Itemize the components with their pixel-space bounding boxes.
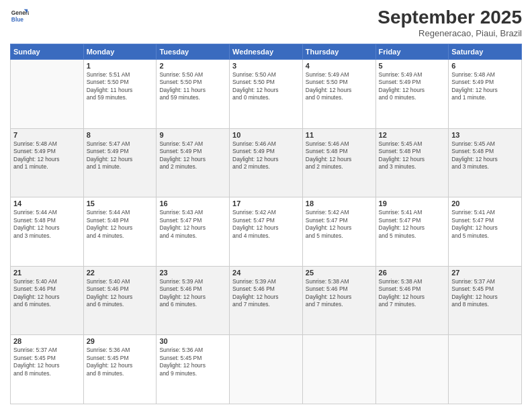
calendar-cell: 18Sunrise: 5:42 AM Sunset: 5:47 PM Dayli… [302, 197, 375, 267]
day-info: Sunrise: 5:39 AM Sunset: 5:46 PM Dayligh… [232, 278, 300, 309]
day-info: Sunrise: 5:45 AM Sunset: 5:48 PM Dayligh… [379, 140, 446, 171]
day-header-wednesday: Wednesday [230, 44, 303, 60]
logo: General Blue [10, 7, 30, 26]
day-info: Sunrise: 5:51 AM Sunset: 5:50 PM Dayligh… [87, 71, 154, 102]
day-header-sunday: Sunday [11, 44, 84, 60]
day-number: 20 [451, 199, 519, 208]
day-info: Sunrise: 5:42 AM Sunset: 5:47 PM Dayligh… [306, 209, 373, 240]
day-header-monday: Monday [83, 44, 157, 60]
day-number: 6 [451, 62, 519, 70]
page: General Blue September 2025 Regeneracao,… [0, 0, 532, 411]
day-number: 12 [379, 131, 446, 139]
day-number: 14 [13, 199, 81, 208]
day-number: 18 [306, 199, 373, 208]
day-info: Sunrise: 5:50 AM Sunset: 5:50 PM Dayligh… [232, 71, 300, 102]
day-number: 25 [306, 269, 373, 277]
calendar-cell: 14Sunrise: 5:44 AM Sunset: 5:48 PM Dayli… [11, 197, 84, 267]
calendar-cell: 19Sunrise: 5:41 AM Sunset: 5:47 PM Dayli… [375, 197, 449, 267]
day-number: 16 [159, 199, 226, 208]
calendar-cell: 13Sunrise: 5:45 AM Sunset: 5:48 PM Dayli… [449, 128, 522, 197]
calendar-cell: 22Sunrise: 5:40 AM Sunset: 5:46 PM Dayli… [83, 266, 157, 335]
calendar-cell: 3Sunrise: 5:50 AM Sunset: 5:50 PM Daylig… [230, 60, 303, 129]
calendar-cell: 16Sunrise: 5:43 AM Sunset: 5:47 PM Dayli… [157, 197, 230, 267]
header: General Blue September 2025 Regeneracao,… [10, 7, 522, 38]
calendar-week-row: 28Sunrise: 5:37 AM Sunset: 5:45 PM Dayli… [11, 335, 522, 404]
calendar-cell: 23Sunrise: 5:39 AM Sunset: 5:46 PM Dayli… [157, 266, 230, 335]
title-block: September 2025 Regeneracao, Piaui, Brazi… [378, 7, 522, 38]
day-number: 1 [87, 62, 154, 70]
calendar-header-row: SundayMondayTuesdayWednesdayThursdayFrid… [11, 44, 522, 60]
day-number: 3 [232, 62, 300, 70]
calendar-cell: 7Sunrise: 5:48 AM Sunset: 5:49 PM Daylig… [11, 128, 84, 197]
day-number: 21 [13, 269, 81, 277]
day-number: 29 [87, 337, 154, 345]
calendar-table: SundayMondayTuesdayWednesdayThursdayFrid… [10, 44, 522, 404]
calendar-cell: 27Sunrise: 5:37 AM Sunset: 5:45 PM Dayli… [449, 266, 522, 335]
day-info: Sunrise: 5:36 AM Sunset: 5:45 PM Dayligh… [159, 347, 226, 377]
day-info: Sunrise: 5:38 AM Sunset: 5:46 PM Dayligh… [379, 278, 446, 309]
calendar-cell [375, 335, 449, 404]
day-info: Sunrise: 5:49 AM Sunset: 5:49 PM Dayligh… [379, 71, 446, 102]
day-info: Sunrise: 5:41 AM Sunset: 5:47 PM Dayligh… [451, 209, 519, 240]
day-number: 19 [379, 199, 446, 208]
calendar-cell: 10Sunrise: 5:46 AM Sunset: 5:49 PM Dayli… [230, 128, 303, 197]
day-number: 17 [232, 199, 300, 208]
day-info: Sunrise: 5:42 AM Sunset: 5:47 PM Dayligh… [232, 209, 300, 240]
calendar-cell: 25Sunrise: 5:38 AM Sunset: 5:46 PM Dayli… [302, 266, 375, 335]
calendar-cell: 5Sunrise: 5:49 AM Sunset: 5:49 PM Daylig… [375, 60, 449, 129]
day-number: 2 [159, 62, 226, 70]
calendar-cell: 12Sunrise: 5:45 AM Sunset: 5:48 PM Dayli… [375, 128, 449, 197]
day-number: 9 [159, 131, 226, 139]
day-number: 23 [159, 269, 226, 277]
day-info: Sunrise: 5:50 AM Sunset: 5:50 PM Dayligh… [159, 71, 226, 102]
calendar-cell: 21Sunrise: 5:40 AM Sunset: 5:46 PM Dayli… [11, 266, 84, 335]
calendar-cell: 24Sunrise: 5:39 AM Sunset: 5:46 PM Dayli… [230, 266, 303, 335]
day-info: Sunrise: 5:46 AM Sunset: 5:48 PM Dayligh… [306, 140, 373, 171]
svg-text:Blue: Blue [11, 16, 24, 23]
day-info: Sunrise: 5:40 AM Sunset: 5:46 PM Dayligh… [13, 278, 81, 309]
calendar-cell: 28Sunrise: 5:37 AM Sunset: 5:45 PM Dayli… [11, 335, 84, 404]
day-number: 10 [232, 131, 300, 139]
day-info: Sunrise: 5:44 AM Sunset: 5:48 PM Dayligh… [87, 209, 154, 240]
day-info: Sunrise: 5:37 AM Sunset: 5:45 PM Dayligh… [13, 347, 81, 377]
logo-icon: General Blue [10, 7, 29, 26]
day-info: Sunrise: 5:48 AM Sunset: 5:49 PM Dayligh… [13, 140, 81, 171]
calendar-cell: 17Sunrise: 5:42 AM Sunset: 5:47 PM Dayli… [230, 197, 303, 267]
calendar-week-row: 7Sunrise: 5:48 AM Sunset: 5:49 PM Daylig… [11, 128, 522, 197]
day-number: 13 [451, 131, 519, 139]
day-info: Sunrise: 5:45 AM Sunset: 5:48 PM Dayligh… [451, 140, 519, 171]
calendar-cell: 30Sunrise: 5:36 AM Sunset: 5:45 PM Dayli… [157, 335, 230, 404]
day-info: Sunrise: 5:41 AM Sunset: 5:47 PM Dayligh… [379, 209, 446, 240]
day-info: Sunrise: 5:37 AM Sunset: 5:45 PM Dayligh… [451, 278, 519, 309]
day-info: Sunrise: 5:47 AM Sunset: 5:49 PM Dayligh… [87, 140, 154, 171]
day-info: Sunrise: 5:43 AM Sunset: 5:47 PM Dayligh… [159, 209, 226, 240]
day-info: Sunrise: 5:38 AM Sunset: 5:46 PM Dayligh… [306, 278, 373, 309]
calendar-week-row: 21Sunrise: 5:40 AM Sunset: 5:46 PM Dayli… [11, 266, 522, 335]
calendar-cell: 26Sunrise: 5:38 AM Sunset: 5:46 PM Dayli… [375, 266, 449, 335]
day-number: 22 [87, 269, 154, 277]
day-info: Sunrise: 5:40 AM Sunset: 5:46 PM Dayligh… [87, 278, 154, 309]
day-number: 7 [13, 131, 81, 139]
calendar-cell [230, 335, 303, 404]
calendar-cell: 11Sunrise: 5:46 AM Sunset: 5:48 PM Dayli… [302, 128, 375, 197]
day-info: Sunrise: 5:49 AM Sunset: 5:50 PM Dayligh… [306, 71, 373, 102]
day-info: Sunrise: 5:39 AM Sunset: 5:46 PM Dayligh… [159, 278, 226, 309]
day-info: Sunrise: 5:47 AM Sunset: 5:49 PM Dayligh… [159, 140, 226, 171]
month-title: September 2025 [378, 7, 522, 28]
calendar-cell: 15Sunrise: 5:44 AM Sunset: 5:48 PM Dayli… [83, 197, 157, 267]
day-number: 28 [13, 337, 81, 345]
calendar-cell: 20Sunrise: 5:41 AM Sunset: 5:47 PM Dayli… [449, 197, 522, 267]
calendar-cell [449, 335, 522, 404]
location-subtitle: Regeneracao, Piaui, Brazil [378, 28, 522, 38]
day-header-friday: Friday [375, 44, 449, 60]
calendar-cell [11, 60, 84, 129]
day-number: 30 [159, 337, 226, 345]
day-info: Sunrise: 5:48 AM Sunset: 5:49 PM Dayligh… [451, 71, 519, 102]
calendar-cell: 6Sunrise: 5:48 AM Sunset: 5:49 PM Daylig… [449, 60, 522, 129]
day-number: 8 [87, 131, 154, 139]
calendar-cell: 1Sunrise: 5:51 AM Sunset: 5:50 PM Daylig… [83, 60, 157, 129]
day-info: Sunrise: 5:44 AM Sunset: 5:48 PM Dayligh… [13, 209, 81, 240]
calendar-cell: 8Sunrise: 5:47 AM Sunset: 5:49 PM Daylig… [83, 128, 157, 197]
calendar-cell: 2Sunrise: 5:50 AM Sunset: 5:50 PM Daylig… [157, 60, 230, 129]
day-header-thursday: Thursday [302, 44, 375, 60]
